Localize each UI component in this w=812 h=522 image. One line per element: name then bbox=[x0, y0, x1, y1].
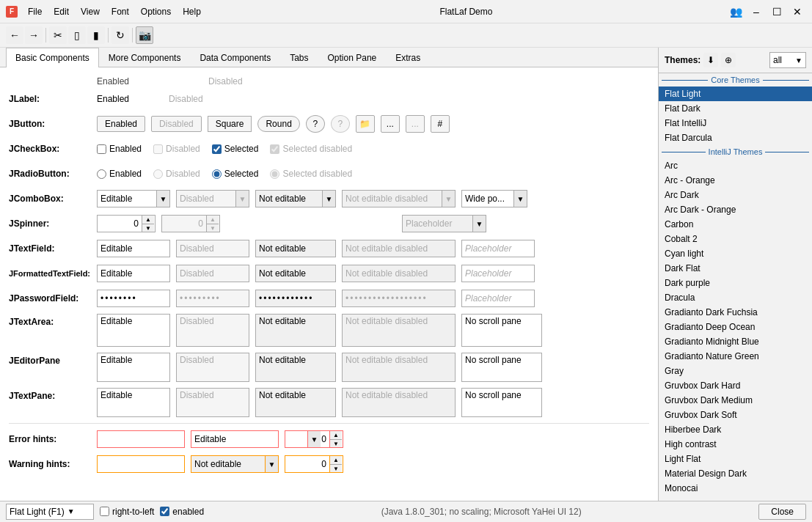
jbutton-hash[interactable]: # bbox=[431, 115, 450, 133]
status-enabled-checkbox[interactable] bbox=[160, 507, 169, 516]
copy-button[interactable]: ▯ bbox=[68, 26, 86, 44]
jformattedtextfield-placeholder[interactable]: Placeholder bbox=[461, 265, 535, 282]
theme-cyan-light[interactable]: Cyan light bbox=[659, 246, 812, 261]
jspinner-up[interactable]: ▲ bbox=[142, 216, 154, 224]
error-hints-spinner-up[interactable]: ▲ bbox=[330, 431, 342, 439]
minimize-button[interactable]: – bbox=[747, 4, 765, 19]
jtextarea-editable[interactable]: Editable bbox=[97, 314, 170, 347]
error-hints-spinner-input[interactable] bbox=[285, 434, 329, 444]
jtextfield-editable[interactable]: Editable bbox=[97, 240, 170, 257]
theme-flat-intellij[interactable]: Flat IntelliJ bbox=[659, 116, 812, 130]
warning-hints-text-field[interactable] bbox=[97, 455, 185, 473]
jtextarea-no-scroll[interactable]: No scroll pane bbox=[461, 314, 542, 347]
theme-arc-orange[interactable]: Arc - Orange bbox=[659, 173, 812, 188]
theme-arc-dark[interactable]: Arc Dark bbox=[659, 188, 812, 202]
jtextpane-editable[interactable]: Editable bbox=[97, 388, 170, 417]
theme-monocai[interactable]: Monocai bbox=[659, 481, 812, 496]
tab-extras[interactable]: Extras bbox=[386, 48, 430, 67]
jcombobox-wide-arrow[interactable]: ▼ bbox=[513, 191, 527, 207]
jcombobox-not-editable-arrow[interactable]: ▼ bbox=[322, 191, 335, 207]
theme-gradianto-midnight-blue[interactable]: Gradianto Midnight Blue bbox=[659, 334, 812, 349]
menu-help[interactable]: Help bbox=[178, 5, 205, 18]
jtextpane-no-scroll[interactable]: No scroll pane bbox=[461, 388, 542, 417]
theme-cobalt2[interactable]: Cobalt 2 bbox=[659, 232, 812, 246]
warning-hints-combo-arrow[interactable]: ▼ bbox=[265, 456, 278, 472]
jbutton-dots2[interactable]: ... bbox=[406, 115, 425, 133]
theme-gruvbox-dark-hard[interactable]: Gruvbox Dark Hard bbox=[659, 378, 812, 393]
paste-button[interactable]: ▮ bbox=[87, 26, 105, 44]
jradio-selected-input[interactable] bbox=[212, 169, 222, 179]
jradio-enabled-input[interactable] bbox=[97, 169, 106, 179]
forward-button[interactable]: → bbox=[25, 26, 43, 44]
jcombobox-not-editable[interactable]: Not editable ▼ bbox=[255, 190, 336, 207]
menu-options[interactable]: Options bbox=[136, 5, 175, 18]
theme-dracula[interactable]: Dracula bbox=[659, 290, 812, 305]
jbutton-help1[interactable]: ? bbox=[306, 115, 325, 133]
jformattedtextfield-editable[interactable]: Editable bbox=[97, 265, 170, 282]
status-rtl-checkbox[interactable] bbox=[100, 507, 109, 516]
jcombobox-editable-input[interactable] bbox=[98, 194, 156, 204]
people-icon[interactable]: 👥 bbox=[727, 4, 745, 19]
error-hints-combo[interactable]: ▼ bbox=[191, 430, 279, 448]
theme-gradianto-nature-green[interactable]: Gradianto Nature Green bbox=[659, 349, 812, 364]
menu-edit[interactable]: Edit bbox=[49, 5, 73, 18]
tab-option-pane[interactable]: Option Pane bbox=[318, 48, 387, 67]
jbutton-square[interactable]: Square bbox=[208, 116, 252, 132]
jcheckbox-enabled-wrap[interactable]: Enabled bbox=[97, 144, 142, 154]
jspinner-down[interactable]: ▼ bbox=[142, 224, 154, 232]
back-button[interactable]: ← bbox=[6, 26, 23, 44]
tab-more-components[interactable]: More Components bbox=[99, 48, 191, 67]
theme-gradianto-deep-ocean[interactable]: Gradianto Deep Ocean bbox=[659, 320, 812, 334]
refresh-button[interactable]: ↻ bbox=[111, 26, 129, 44]
theme-gradianto-dark-fuchsia[interactable]: Gradianto Dark Fuchsia bbox=[659, 305, 812, 320]
error-hints-spinner-down[interactable]: ▼ bbox=[330, 439, 342, 447]
jcombobox-wide[interactable]: Wide po... ▼ bbox=[461, 190, 527, 207]
camera-button[interactable]: 📷 bbox=[136, 26, 153, 44]
jcheckbox-selected-input[interactable] bbox=[212, 144, 222, 154]
theme-dark-flat[interactable]: Dark Flat bbox=[659, 261, 812, 276]
error-hints-spinner[interactable]: ▲ ▼ bbox=[285, 430, 343, 448]
cut-button[interactable]: ✂ bbox=[49, 26, 67, 44]
jradio-selected-wrap[interactable]: Selected bbox=[212, 169, 259, 179]
theme-light-flat[interactable]: Light Flat bbox=[659, 452, 812, 466]
theme-material-design-dark[interactable]: Material Design Dark bbox=[659, 466, 812, 481]
themes-github-icon[interactable]: ⊕ bbox=[721, 53, 736, 67]
close-window-button[interactable]: ✕ bbox=[789, 4, 806, 19]
jbutton-enabled[interactable]: Enabled bbox=[97, 116, 145, 132]
menu-file[interactable]: File bbox=[23, 5, 46, 18]
warning-hints-spinner-input[interactable] bbox=[285, 459, 329, 469]
jcombobox-editable-arrow[interactable]: ▼ bbox=[156, 191, 169, 207]
theme-high-contrast[interactable]: High contrast bbox=[659, 437, 812, 452]
jspinner-enabled-input[interactable] bbox=[98, 218, 142, 229]
jspinner-enabled[interactable]: ▲ ▼ bbox=[97, 215, 156, 232]
tab-tabs[interactable]: Tabs bbox=[280, 48, 318, 67]
themes-filter[interactable]: all ▼ bbox=[769, 52, 806, 68]
theme-flat-dark[interactable]: Flat Dark bbox=[659, 101, 812, 116]
jbutton-dots1[interactable]: ... bbox=[381, 115, 400, 133]
theme-flat-light[interactable]: Flat Light bbox=[659, 87, 812, 101]
status-enabled-wrap[interactable]: enabled bbox=[160, 507, 204, 517]
warning-hints-spinner-down[interactable]: ▼ bbox=[330, 464, 342, 472]
theme-carbon[interactable]: Carbon bbox=[659, 217, 812, 232]
jbutton-folder[interactable]: 📁 bbox=[356, 115, 375, 133]
jradio-enabled-wrap[interactable]: Enabled bbox=[97, 169, 142, 179]
jpasswordfield-placeholder[interactable]: Placeholder bbox=[461, 290, 535, 307]
status-rtl-wrap[interactable]: right-to-left bbox=[100, 507, 154, 517]
jbutton-round[interactable]: Round bbox=[257, 116, 299, 132]
jcombobox-editable[interactable]: ▼ bbox=[97, 190, 170, 207]
theme-arc[interactable]: Arc bbox=[659, 158, 812, 173]
theme-arc-dark-orange[interactable]: Arc Dark - Orange bbox=[659, 202, 812, 217]
close-button[interactable]: Close bbox=[758, 504, 806, 520]
jeditorpane-editable[interactable]: Editable bbox=[97, 353, 170, 382]
theme-gruvbox-dark-medium[interactable]: Gruvbox Dark Medium bbox=[659, 393, 812, 408]
warning-hints-spinner-up[interactable]: ▲ bbox=[330, 456, 342, 464]
jpasswordfield-editable[interactable]: •••••••• bbox=[97, 290, 170, 307]
menu-font[interactable]: Font bbox=[107, 5, 133, 18]
error-hints-text-field[interactable] bbox=[97, 430, 185, 448]
menu-view[interactable]: View bbox=[76, 5, 104, 18]
theme-gruvbox-dark-soft[interactable]: Gruvbox Dark Soft bbox=[659, 408, 812, 422]
jtextfield-placeholder[interactable]: Placeholder bbox=[461, 240, 535, 257]
jcheckbox-enabled-input[interactable] bbox=[97, 144, 106, 154]
jcheckbox-selected-wrap[interactable]: Selected bbox=[212, 144, 259, 154]
themes-list[interactable]: Core Themes Flat Light Flat Dark Flat In… bbox=[659, 73, 812, 501]
